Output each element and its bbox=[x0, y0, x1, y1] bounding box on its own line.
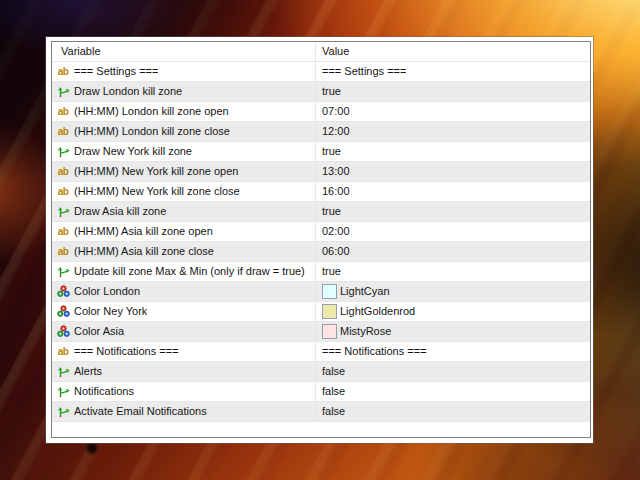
variable-cell: Draw Asia kill zone bbox=[52, 202, 316, 221]
value-cell[interactable]: 06:00 bbox=[316, 242, 590, 261]
variable-cell: ab (HH:MM) London kill zone open bbox=[52, 102, 316, 121]
type-icon-slot: ab bbox=[56, 345, 70, 358]
variable-cell: ab === Settings === bbox=[52, 62, 316, 81]
value-cell[interactable]: MistyRose bbox=[316, 322, 590, 341]
variable-cell: Update kill zone Max & Min (only if draw… bbox=[52, 262, 316, 281]
value-label: 16:00 bbox=[322, 182, 350, 201]
fork-arrow-icon bbox=[57, 85, 70, 98]
value-cell[interactable]: true bbox=[316, 262, 590, 281]
rgb-circles-icon bbox=[57, 305, 70, 318]
value-cell[interactable]: === Notifications === bbox=[316, 342, 590, 361]
value-label: false bbox=[322, 402, 345, 421]
value-label: 02:00 bbox=[322, 222, 350, 241]
variable-cell: ab (HH:MM) Asia kill zone close bbox=[52, 242, 316, 261]
fork-arrow-icon bbox=[57, 385, 70, 398]
table-row[interactable]: Color Asia MistyRose bbox=[52, 322, 590, 342]
fork-arrow-icon bbox=[57, 205, 70, 218]
fork-arrow-icon bbox=[57, 405, 70, 418]
variable-cell: Alerts bbox=[52, 362, 316, 381]
value-label: LightCyan bbox=[340, 282, 390, 301]
variable-label: (HH:MM) New York kill zone close bbox=[74, 182, 240, 201]
table-row[interactable]: ab (HH:MM) London kill zone close 12:00 bbox=[52, 122, 590, 142]
value-cell[interactable]: true bbox=[316, 202, 590, 221]
type-icon-slot: ab bbox=[56, 65, 70, 78]
table-row[interactable]: Update kill zone Max & Min (only if draw… bbox=[52, 262, 590, 282]
table-row[interactable]: ab === Settings === === Settings === bbox=[52, 62, 590, 82]
value-cell[interactable]: 13:00 bbox=[316, 162, 590, 181]
table-row[interactable]: ab (HH:MM) New York kill zone close 16:0… bbox=[52, 182, 590, 202]
variable-label: (HH:MM) Asia kill zone close bbox=[74, 242, 214, 261]
value-label: === Notifications === bbox=[322, 342, 427, 361]
value-label: true bbox=[322, 142, 341, 161]
variable-cell: Draw London kill zone bbox=[52, 82, 316, 101]
type-icon-slot: ab bbox=[56, 185, 70, 198]
value-label: === Settings === bbox=[322, 62, 406, 81]
variable-label: Draw Asia kill zone bbox=[74, 202, 166, 221]
color-swatch bbox=[322, 324, 337, 339]
table-row[interactable]: Activate Email Notifications false bbox=[52, 402, 590, 422]
table-row[interactable]: Notifications false bbox=[52, 382, 590, 402]
value-label: true bbox=[322, 202, 341, 221]
color-swatch bbox=[322, 304, 337, 319]
ab-string-icon: ab bbox=[58, 65, 69, 78]
type-icon-slot bbox=[56, 85, 70, 98]
value-cell[interactable]: false bbox=[316, 382, 590, 401]
color-swatch bbox=[322, 284, 337, 299]
value-cell[interactable]: 02:00 bbox=[316, 222, 590, 241]
table-row[interactable]: ab (HH:MM) London kill zone open 07:00 bbox=[52, 102, 590, 122]
header-variable: Variable bbox=[52, 42, 316, 61]
value-cell[interactable]: true bbox=[316, 142, 590, 161]
variable-label: (HH:MM) Asia kill zone open bbox=[74, 222, 213, 241]
variable-cell: Color Ney York bbox=[52, 302, 316, 321]
ab-string-icon: ab bbox=[58, 225, 69, 238]
value-cell[interactable]: 12:00 bbox=[316, 122, 590, 141]
table-row[interactable]: ab (HH:MM) New York kill zone open 13:00 bbox=[52, 162, 590, 182]
value-cell[interactable]: false bbox=[316, 362, 590, 381]
value-cell[interactable]: === Settings === bbox=[316, 62, 590, 81]
value-cell[interactable]: LightGoldenrod bbox=[316, 302, 590, 321]
type-icon-slot: ab bbox=[56, 105, 70, 118]
table-row[interactable]: ab === Notifications === === Notificatio… bbox=[52, 342, 590, 362]
variable-cell: ab (HH:MM) New York kill zone open bbox=[52, 162, 316, 181]
fork-arrow-icon bbox=[57, 145, 70, 158]
value-label: false bbox=[322, 382, 345, 401]
variable-label: Notifications bbox=[74, 382, 134, 401]
variable-cell: Notifications bbox=[52, 382, 316, 401]
type-icon-slot bbox=[56, 405, 70, 418]
table-row[interactable]: ab (HH:MM) Asia kill zone open 02:00 bbox=[52, 222, 590, 242]
value-cell[interactable]: true bbox=[316, 82, 590, 101]
table-row[interactable]: Draw Asia kill zone true bbox=[52, 202, 590, 222]
type-icon-slot bbox=[56, 385, 70, 398]
value-cell[interactable]: LightCyan bbox=[316, 282, 590, 301]
value-cell[interactable]: 16:00 bbox=[316, 182, 590, 201]
variable-label: === Notifications === bbox=[74, 342, 179, 361]
inputs-dialog-panel: Variable Value ab === Settings === === S… bbox=[46, 37, 593, 443]
variable-label: (HH:MM) London kill zone close bbox=[74, 122, 230, 141]
value-cell[interactable]: false bbox=[316, 402, 590, 421]
fork-arrow-icon bbox=[57, 265, 70, 278]
variable-label: Draw London kill zone bbox=[74, 82, 182, 101]
type-icon-slot bbox=[56, 325, 70, 338]
inputs-table: Variable Value ab === Settings === === S… bbox=[51, 41, 591, 438]
variable-cell: Activate Email Notifications bbox=[52, 402, 316, 421]
type-icon-slot bbox=[56, 145, 70, 158]
table-row[interactable]: Color London LightCyan bbox=[52, 282, 590, 302]
value-label: MistyRose bbox=[340, 322, 391, 341]
value-label: true bbox=[322, 262, 341, 281]
header-variable-label: Variable bbox=[61, 42, 101, 61]
table-row[interactable]: Alerts false bbox=[52, 362, 590, 382]
rgb-circles-icon bbox=[57, 285, 70, 298]
inputs-table-body: ab === Settings === === Settings === Dra… bbox=[52, 62, 590, 422]
fork-arrow-icon bbox=[57, 365, 70, 378]
table-row[interactable]: Draw London kill zone true bbox=[52, 82, 590, 102]
table-row[interactable]: Draw New York kill zone true bbox=[52, 142, 590, 162]
type-icon-slot: ab bbox=[56, 225, 70, 238]
type-icon-slot bbox=[56, 265, 70, 278]
header-value-label: Value bbox=[322, 42, 349, 61]
variable-label: === Settings === bbox=[74, 62, 158, 81]
variable-label: Color Asia bbox=[74, 322, 124, 341]
type-icon-slot bbox=[56, 365, 70, 378]
table-row[interactable]: ab (HH:MM) Asia kill zone close 06:00 bbox=[52, 242, 590, 262]
table-row[interactable]: Color Ney York LightGoldenrod bbox=[52, 302, 590, 322]
value-cell[interactable]: 07:00 bbox=[316, 102, 590, 121]
